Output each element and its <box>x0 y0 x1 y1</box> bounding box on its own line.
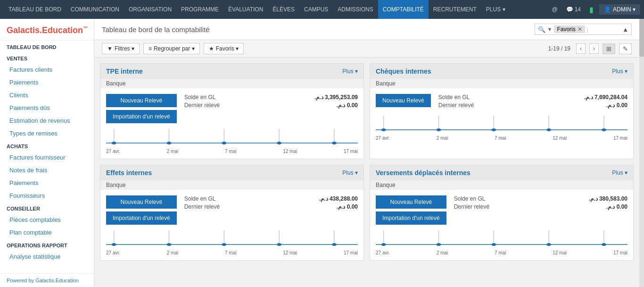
sidebar-item-factures-clients[interactable]: Factures clients <box>0 63 94 76</box>
effets-releve-value: 0.00 د.م. <box>337 203 358 210</box>
versements-info-row-2: Dernier relevé 0.00 د.م. <box>454 203 627 210</box>
svg-point-6 <box>112 142 116 144</box>
card-effets-actions: Nouveau Relevé Importation d'un relevé <box>106 195 177 225</box>
card-tpe-title: TPE interne <box>106 68 143 75</box>
sidebar-item-pieces-comptables[interactable]: Pièces comptables <box>0 213 94 226</box>
versements-importation-btn[interactable]: Importation d'un relevé <box>376 211 446 225</box>
grid-view-button[interactable]: ⊞ <box>603 43 615 54</box>
nav-programme[interactable]: PROGRAMME <box>176 0 223 19</box>
effets-nouveau-releve-btn[interactable]: Nouveau Relevé <box>106 195 177 209</box>
card-effets-plus[interactable]: Plus ▾ <box>342 169 358 176</box>
sidebar-item-analyse-statistique[interactable]: Analyse statistique <box>0 250 94 263</box>
next-page-button[interactable]: › <box>589 43 599 54</box>
filtres-button[interactable]: ▼ Filtres ▾ <box>102 43 140 54</box>
regrouper-button[interactable]: ≡ Regrouper par ▾ <box>143 43 200 54</box>
sidebar-item-estimation-revenus[interactable]: Estimation de revenus <box>0 114 94 127</box>
card-cheques-plus[interactable]: Plus ▾ <box>612 68 627 75</box>
tag-close-btn[interactable]: ✕ <box>578 26 582 33</box>
search-icon: 🔍 <box>538 26 545 33</box>
card-versements-plus[interactable]: Plus ▾ <box>612 169 627 176</box>
favoris-button[interactable]: ★ Favoris ▾ <box>204 43 244 54</box>
svg-point-9 <box>277 142 281 144</box>
nav-organisation[interactable]: ORGANISATION <box>124 0 176 19</box>
nav-plus[interactable]: PLUS ▾ <box>481 0 510 19</box>
svg-point-18 <box>436 128 441 131</box>
svg-point-39 <box>381 243 386 246</box>
nav-recrutement[interactable]: RECRUTEMENT <box>429 0 481 19</box>
regrouper-label: Regrouper par ▾ <box>154 45 195 52</box>
effets-date-5: 17 mai <box>344 250 358 255</box>
card-effets-subtitle: Banque <box>100 180 363 190</box>
right-scrollbar[interactable] <box>639 19 644 287</box>
admin-button[interactable]: 👤 ADMIN ▾ <box>599 4 640 15</box>
cheques-date-4: 12 mai <box>553 135 567 141</box>
nav-comptabilite[interactable]: COMPTABILITÉ <box>378 0 429 19</box>
effets-date-4: 12 mai <box>283 250 297 255</box>
svg-point-20 <box>546 128 551 131</box>
sidebar-item-notes-frais[interactable]: Notes de frais <box>0 164 94 177</box>
effets-date-3: 7 mai <box>225 250 236 255</box>
sidebar-item-clients[interactable]: Clients <box>0 89 94 101</box>
email-icon-btn[interactable]: @ <box>549 6 560 13</box>
svg-point-30 <box>222 243 226 246</box>
sidebar-item-types-remises[interactable]: Types de remises <box>0 127 94 140</box>
search-dropdown-arrow[interactable]: ▲ <box>622 26 628 33</box>
filtres-label: Filtres ▾ <box>115 45 134 52</box>
card-cheques-title: Chèques internes <box>376 68 431 75</box>
tag-label: Favoris <box>557 26 575 33</box>
sidebar-section-achats: ACHATS <box>0 140 94 151</box>
chat-count: 14 <box>575 6 581 13</box>
sidebar-item-factures-fournisseur[interactable]: Factures fournisseur <box>0 151 94 164</box>
nav-communication[interactable]: COMMUNICATION <box>66 0 124 19</box>
page-title: Tableau de bord de la comptabilité <box>102 25 529 34</box>
tpe-gl-value: 3,395,253.09 د.م. <box>314 94 358 101</box>
nav-evaluation[interactable]: ÉVALUATION <box>223 0 268 19</box>
favoris-label: Favoris ▾ <box>216 45 239 52</box>
svg-point-21 <box>602 128 606 131</box>
effets-date-2: 2 mai <box>167 250 178 255</box>
svg-point-17 <box>381 128 386 131</box>
sidebar-item-fournisseurs[interactable]: Fournisseurs <box>0 189 94 202</box>
cheques-nouveau-releve-btn[interactable]: Nouveau Relevé <box>376 94 431 107</box>
tpe-nouveau-releve-btn[interactable]: Nouveau Relevé <box>106 94 177 107</box>
card-tpe-subtitle: Banque <box>100 79 363 88</box>
svg-point-29 <box>166 243 171 246</box>
card-versements-info: Solde en GL 380,583.00 د.م. Dernier rele… <box>454 195 627 211</box>
list-view-button[interactable]: ✎ <box>619 43 632 54</box>
search-bar: 🔍 ▼ Favoris ✕ | ▲ <box>535 24 632 35</box>
sidebar-section-operations: OPERATIONS RAPPORT <box>0 239 94 250</box>
tpe-releve-label: Dernier relevé <box>184 102 220 109</box>
tpe-importation-btn[interactable]: Importation d'un relevé <box>106 110 177 123</box>
svg-point-32 <box>332 243 337 246</box>
versements-date-5: 17 mai <box>613 250 627 255</box>
svg-point-40 <box>436 243 441 246</box>
versements-date-1: 27 avr. <box>376 250 390 255</box>
card-tpe-plus[interactable]: Plus ▾ <box>342 68 358 75</box>
card-tpe-info: Solde en GL 3,395,253.09 د.م. Dernier re… <box>184 94 358 110</box>
card-tpe-header: TPE interne Plus ▾ <box>100 64 363 79</box>
admin-label: ADMIN ▾ <box>613 6 636 13</box>
search-input[interactable] <box>590 26 619 33</box>
user-icon: 👤 <box>604 6 611 13</box>
chat-btn[interactable]: 💬 14 <box>563 6 584 13</box>
sidebar-item-paiements-ventes[interactable]: Paiements <box>0 76 94 89</box>
tpe-date-5: 17 mai <box>344 149 358 154</box>
nav-eleves[interactable]: ÉLÈVES <box>268 0 299 19</box>
card-cheques-chart: 27 avr. 2 mai 7 mai 12 mai 17 mai <box>370 116 633 145</box>
effets-importation-btn[interactable]: Importation d'un relevé <box>106 211 177 225</box>
sidebar-item-paiements-dus[interactable]: Paiements dûs <box>0 101 94 114</box>
card-cheques-subtitle: Banque <box>370 79 633 88</box>
card-cheques-header: Chèques internes Plus ▾ <box>370 64 633 79</box>
prev-page-button[interactable]: ‹ <box>576 43 586 54</box>
nav-tableau-de-bord[interactable]: TABLEAU DE BORD <box>4 0 66 19</box>
versements-nouveau-releve-btn[interactable]: Nouveau Relevé <box>376 195 446 209</box>
signal-icon-btn[interactable]: ▮ <box>586 5 596 14</box>
sidebar-item-plan-comptable[interactable]: Plan comptable <box>0 226 94 239</box>
nav-campus[interactable]: CAMPUS <box>299 0 333 19</box>
cheques-releve-label: Dernier relevé <box>438 102 474 109</box>
nav-admissions[interactable]: ADMISSIONS <box>333 0 378 19</box>
cheques-date-3: 7 mai <box>495 135 506 141</box>
tpe-info-row-2: Dernier relevé 0.00 د.م. <box>184 102 358 109</box>
sidebar-item-paiements-achats[interactable]: Paiements <box>0 177 94 189</box>
scroll-thumb[interactable] <box>639 19 644 57</box>
